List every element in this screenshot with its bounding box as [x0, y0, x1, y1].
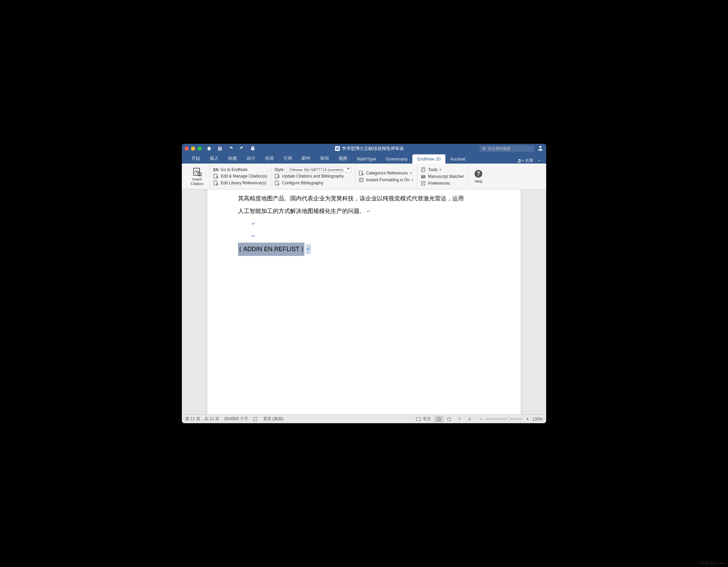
tab-endnote[interactable]: EndNote 20	[412, 154, 445, 164]
instant-formatting-button[interactable]: Instant Formatting is On	[359, 177, 413, 183]
svg-rect-12	[422, 168, 425, 172]
endnote-icon: EN	[213, 168, 218, 172]
tab-insert[interactable]: 插入	[205, 153, 223, 164]
paragraph-mark-icon: ↵	[306, 244, 311, 254]
style-label: Style:	[274, 167, 285, 172]
paragraph-mark-icon: ↵	[252, 218, 500, 230]
window-controls	[185, 147, 202, 151]
manuscript-matcher-button[interactable]: Manuscript Matcher	[421, 173, 464, 180]
close-button[interactable]	[185, 147, 189, 151]
document-title: 学术型博士文献综述报告评审表	[342, 145, 404, 152]
word-count[interactable]: 30/4900 个字	[224, 416, 248, 422]
svg-rect-3	[214, 174, 217, 178]
insert-citation-icon: 99	[192, 167, 202, 177]
zoom-out-button[interactable]: −	[478, 417, 483, 422]
home-icon[interactable]	[206, 146, 212, 151]
svg-rect-4	[214, 181, 217, 185]
search-input[interactable]: 在文档中搜索	[479, 145, 534, 152]
collapse-ribbon-icon[interactable]	[537, 158, 541, 163]
svg-rect-17	[416, 417, 421, 420]
body-text-line2: 人工智能加工的方式解决地图规模化生产的问题。↵	[238, 205, 500, 217]
zoom-thumb[interactable]	[507, 417, 510, 420]
page-indicator[interactable]: 第 11 页，共 11 页	[185, 416, 219, 422]
tab-mailings[interactable]: 邮件	[297, 153, 315, 164]
minimize-button[interactable]	[191, 147, 195, 151]
update-citations-button[interactable]: Update Citations and Bibliography	[274, 173, 351, 179]
watermark: CSDN @Ly.Leo	[698, 561, 725, 565]
categorize-references-button[interactable]: Categorize References	[359, 170, 413, 176]
maximize-button[interactable]	[197, 147, 202, 151]
help-icon: ?	[474, 169, 483, 179]
tab-view[interactable]: 视图	[334, 153, 352, 164]
svg-rect-16	[254, 417, 257, 420]
field-code-text: { ADDIN EN.REFLIST }	[238, 243, 304, 256]
svg-point-5	[217, 183, 218, 185]
insert-citation-button[interactable]: 99 Insert Citation	[188, 166, 206, 186]
tools-button[interactable]: Tools	[421, 167, 464, 173]
edit-library-icon	[213, 180, 219, 186]
language-indicator[interactable]: 英语 (美国)	[263, 416, 283, 422]
tools-icon	[421, 167, 426, 172]
config-icon	[274, 180, 280, 186]
focus-mode-button[interactable]: 专注	[416, 416, 431, 422]
share-button[interactable]: + 共享	[517, 158, 533, 164]
tab-home[interactable]: 开始	[187, 153, 205, 164]
svg-point-8	[278, 184, 279, 185]
update-icon	[274, 173, 280, 179]
titlebar: W 学术型博士文献综述报告评审表 在文档中搜索	[182, 144, 546, 153]
go-to-endnote-button[interactable]: EN Go to EndNote	[213, 167, 267, 172]
tab-design[interactable]: 设计	[242, 153, 260, 164]
spellcheck-icon[interactable]	[253, 416, 258, 422]
redo-icon[interactable]	[239, 146, 244, 151]
manuscript-icon	[421, 174, 426, 179]
field-code-selection[interactable]: { ADDIN EN.REFLIST }↵	[238, 243, 311, 256]
print-icon[interactable]	[250, 146, 255, 151]
edit-manage-citations-button[interactable]: Edit & Manage Citation(s)	[213, 173, 267, 179]
zoom-level[interactable]: 130%	[532, 417, 543, 422]
document-page[interactable]: 其高精度地图产品。国内代表企业为宽凳科技，该企业以纯视觉模式代替激光雷达，运用 …	[207, 189, 521, 414]
tab-references[interactable]: 引用	[279, 153, 297, 164]
app-window: W 学术型博士文献综述报告评审表 在文档中搜索 开始 插入 绘图 设计 布局 引…	[182, 144, 546, 423]
paragraph-mark-icon: ↵	[252, 230, 500, 242]
zoom-slider[interactable]	[485, 418, 523, 419]
preferences-icon	[421, 181, 426, 186]
save-icon[interactable]	[217, 146, 223, 151]
tab-review[interactable]: 审阅	[315, 153, 334, 164]
document-area[interactable]: 其高精度地图产品。国内代表企业为宽凳科技，该企业以纯视觉模式代替激光雷达，运用 …	[182, 189, 546, 414]
ribbon-tabs: 开始 插入 绘图 设计 布局 引用 邮件 审阅 视图 MathType Gram…	[182, 153, 546, 164]
svg-rect-19	[448, 417, 451, 420]
svg-rect-6	[275, 174, 278, 178]
zoom-control: − + 130%	[478, 417, 543, 422]
draft-view-button[interactable]	[465, 416, 474, 423]
user-icon[interactable]	[537, 145, 543, 152]
edit-citations-icon	[213, 173, 219, 179]
print-layout-view-button[interactable]	[434, 416, 444, 423]
word-icon: W	[335, 146, 340, 151]
paragraph-mark-icon: ↵	[367, 209, 370, 214]
svg-text:?: ?	[477, 171, 480, 177]
view-mode-buttons	[434, 416, 474, 423]
body-text-line1: 其高精度地图产品。国内代表企业为宽凳科技，该企业以纯视觉模式代替激光雷达，运用	[238, 192, 500, 205]
search-placeholder: 在文档中搜索	[488, 146, 510, 151]
categorize-icon	[359, 170, 364, 176]
tab-draw[interactable]: 绘图	[223, 153, 242, 164]
undo-icon[interactable]	[228, 146, 234, 151]
ribbon-toolbar: 99 Insert Citation EN Go to EndNote Edit…	[182, 164, 546, 189]
tab-mathtype[interactable]: MathType	[352, 154, 381, 164]
statusbar: 第 11 页，共 11 页 30/4900 个字 英语 (美国) 专注 − + …	[182, 414, 546, 423]
instant-format-icon	[359, 177, 364, 183]
help-button[interactable]: ? Help	[471, 168, 486, 184]
search-icon	[482, 147, 486, 151]
web-layout-view-button[interactable]	[444, 416, 454, 423]
tab-acrobat[interactable]: Acrobat	[445, 154, 470, 164]
edit-library-reference-button[interactable]: Edit Library Reference(s)	[213, 180, 267, 186]
preferences-button[interactable]: Preferences	[421, 180, 464, 186]
outline-view-button[interactable]	[455, 416, 464, 423]
tab-grammarly[interactable]: Grammarly	[381, 154, 412, 164]
window-title: W 学术型博士文献综述报告评审表	[259, 145, 479, 152]
zoom-in-button[interactable]: +	[525, 417, 530, 422]
style-select[interactable]: Chinese Std GBT7714 (numeric)	[287, 167, 351, 172]
tab-layout[interactable]: 布局	[260, 153, 279, 164]
configure-bibliography-button[interactable]: Configure Bibliography	[274, 180, 351, 186]
